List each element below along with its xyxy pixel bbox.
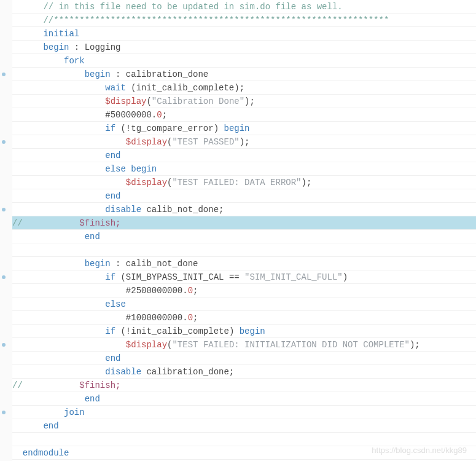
code-line[interactable]: $display("Calibration Done");	[12, 95, 476, 108]
code-line[interactable]: if (!init_calib_complete) begin	[12, 325, 476, 338]
code-line[interactable]: end	[12, 419, 476, 433]
code-line[interactable]: initial	[12, 27, 476, 41]
gutter-marker	[2, 275, 6, 279]
code-line[interactable]: end	[12, 392, 476, 406]
code-line[interactable]: if (!tg_compare_error) begin	[12, 122, 476, 135]
code-line[interactable]: // $finish;	[12, 216, 476, 230]
gutter	[0, 0, 12, 461]
code-line[interactable]: #1000000000.0;	[12, 311, 476, 325]
code-line[interactable]: else begin	[12, 162, 476, 176]
code-line[interactable]: $display("TEST FAILED: INITIALIZATION DI…	[12, 338, 476, 352]
code-line[interactable]: fork	[12, 54, 476, 68]
code-line[interactable]: begin : calib_not_done	[12, 257, 476, 270]
code-line[interactable]: wait (init_calib_complete);	[12, 81, 476, 95]
code-line[interactable]: end	[12, 189, 476, 203]
code-line[interactable]: #50000000.0;	[12, 108, 476, 122]
code-line[interactable]: end	[12, 149, 476, 162]
code-line[interactable]: begin : Logging	[12, 41, 476, 54]
code-line[interactable]: end	[12, 352, 476, 365]
code-line[interactable]: else	[12, 297, 476, 311]
code-line[interactable]: end	[12, 230, 476, 243]
code-line[interactable]: #2500000000.0;	[12, 284, 476, 297]
gutter-marker	[2, 411, 6, 414]
gutter-marker	[2, 140, 6, 144]
code-line[interactable]: // in this file need to be updated in si…	[12, 0, 476, 14]
gutter-marker	[2, 73, 6, 76]
code-line[interactable]: $display("TEST FAILED: DATA ERROR");	[12, 176, 476, 189]
code-line[interactable]	[12, 433, 476, 446]
code-line[interactable]	[12, 243, 476, 257]
gutter-marker	[2, 343, 6, 347]
code-line[interactable]: //**************************************…	[12, 14, 476, 27]
watermark: https://blog.csdn.net/kkg89	[372, 446, 467, 455]
code-line[interactable]: disable calibration_done;	[12, 365, 476, 379]
code-line[interactable]: $display("TEST PASSED");	[12, 135, 476, 149]
code-line[interactable]: join	[12, 406, 476, 419]
code-editor[interactable]: // in this file need to be updated in si…	[0, 0, 476, 460]
code-line[interactable]: begin : calibration_done	[12, 68, 476, 81]
code-line[interactable]: if (SIM_BYPASS_INIT_CAL == "SIM_INIT_CAL…	[12, 270, 476, 284]
code-line[interactable]: // $finish;	[12, 379, 476, 392]
code-line[interactable]: disable calib_not_done;	[12, 203, 476, 216]
gutter-marker	[2, 208, 6, 211]
